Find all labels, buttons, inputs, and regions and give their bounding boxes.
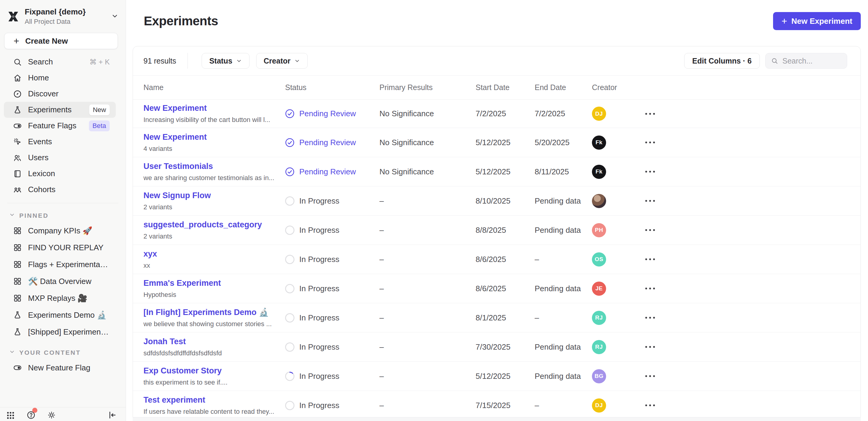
edit-columns-button[interactable]: Edit Columns · 6 [684,53,760,69]
creator-cell: DJ [592,107,636,121]
end-date-cell: 8/11/2025 [535,167,592,176]
creator-filter-button[interactable]: Creator [256,53,308,69]
sidebar-item-feature-flags[interactable]: Feature FlagsBeta [4,118,116,134]
home-icon [13,73,22,83]
sidebar-item-label: New Feature Flag [28,363,110,373]
column-header-start-date: Start Date [475,83,535,92]
experiment-link[interactable]: Test experiment [144,395,276,405]
row-menu-button[interactable] [645,226,850,234]
sidebar-item-shipped-experiments-demo[interactable]: [Shipped] Experiments Demo 🖊️ [4,323,116,340]
experiment-name-cell: Emma's ExperimentHypothesis [144,279,285,299]
creator-cell: RJ [592,311,636,325]
sidebar-item-find-your-replay[interactable]: FIND YOUR REPLAY [4,239,116,256]
experiment-name-cell: New Experiment4 variants [144,132,285,153]
creator-cell: RJ [592,340,636,354]
row-menu-button[interactable] [645,255,850,263]
status-filter-button[interactable]: Status [202,53,249,69]
sidebar-item-data-overview[interactable]: 🛠️ Data Overview [4,273,116,290]
status-cell: In Progress [285,313,379,323]
experiment-link[interactable]: User Testimonials [144,162,276,171]
experiment-link[interactable]: suggested_products_category [144,220,276,229]
main-content: Experiments + New Experiment 91 results … [126,0,868,421]
app-logo-icon [7,10,19,23]
sidebar-item-home[interactable]: Home [4,70,116,86]
primary-results-cell: – [379,401,475,410]
avatar: RJ [592,311,606,325]
end-date-cell: Pending data [535,371,592,381]
experiment-link[interactable]: Emma's Experiment [144,279,276,288]
board-icon [13,260,22,269]
sidebar-item-search[interactable]: Search⌘ + K [4,54,116,70]
experiment-link[interactable]: Exp Customer Story [144,366,276,376]
create-new-button[interactable]: + Create New [4,33,118,49]
status-cell: Pending Review [285,138,379,147]
sidebar-item-experiments-demo[interactable]: Experiments Demo 🔬 [4,306,116,323]
experiment-name-cell: New ExperimentIncreasing visibility of t… [144,104,285,124]
sidebar-item-company-kpis[interactable]: Company KPIs 🚀 [4,222,116,239]
primary-results-cell: – [379,226,475,235]
project-switcher[interactable]: Fixpanel {demo} All Project Data [0,0,126,29]
sidebar-item-cohorts[interactable]: Cohorts [4,182,116,198]
sidebar-item-experiments[interactable]: ExperimentsNew [4,102,116,118]
badge-new: New [89,104,110,115]
toggle-icon [13,363,22,372]
search-input[interactable] [782,57,841,65]
column-header-name: Name [144,83,285,92]
row-menu-button[interactable] [645,168,850,175]
sidebar-item-users[interactable]: Users [4,150,116,166]
sidebar-item-new-feature-flag[interactable]: New Feature Flag [4,359,116,376]
row-menu-button[interactable] [645,314,850,322]
creator-cell: DJ [592,398,636,413]
column-header-end-date: End Date [535,83,592,92]
row-menu-button[interactable] [645,110,850,118]
sidebar-item-label: Flags + Experimentation Demo [28,260,110,269]
row-menu-button[interactable] [645,285,850,292]
settings-gear-icon[interactable] [47,410,57,419]
end-date-cell: 7/2/2025 [535,109,592,118]
new-experiment-button[interactable]: + New Experiment [773,12,861,30]
row-menu-button[interactable] [645,343,850,351]
row-menu-cell [636,314,850,322]
apps-grid-icon[interactable] [6,410,16,419]
sidebar-item-label: Lexicon [28,169,110,178]
primary-results-cell: – [379,196,475,206]
row-menu-cell [636,197,850,205]
table-toolbar: 91 results Status Creator Edit Columns ·… [133,46,861,75]
row-menu-button[interactable] [645,138,850,147]
sidebar-item-lexicon[interactable]: Lexicon [4,166,116,182]
creator-cell: Fk [592,165,636,179]
experiment-link[interactable]: New Experiment [144,132,276,142]
table-row: suggested_products_category2 variantsIn … [133,216,861,245]
experiment-link[interactable]: Jonah Test [144,337,276,346]
status-label: In Progress [299,371,339,381]
toolbar-divider [187,53,188,69]
sidebar-item-mxp-replays[interactable]: MXP Replays 🎥 [4,290,116,306]
experiment-link[interactable]: New Experiment [144,104,276,113]
section-header-your-content[interactable]: YOUR CONTENT [0,340,126,359]
row-menu-button[interactable] [645,372,850,380]
notification-dot [32,408,37,413]
sidebar-item-discover[interactable]: Discover [4,86,116,102]
sidebar-item-flags-experimentation-demo[interactable]: Flags + Experimentation Demo [4,256,116,273]
experiments-table-card: 91 results Status Creator Edit Columns ·… [133,46,861,421]
cohorts-icon [13,185,22,194]
start-date-cell: 8/6/2025 [475,284,535,293]
experiment-link[interactable]: xyx [144,249,276,259]
collapse-sidebar-icon[interactable] [107,410,117,419]
row-menu-button[interactable] [645,401,850,409]
end-date-cell: Pending data [535,284,592,293]
board-icon [13,277,22,286]
experiment-link[interactable]: [In Flight] Experiments Demo 🔬 [144,307,276,317]
row-menu-button[interactable] [645,197,850,205]
end-date-cell: – [535,401,592,410]
flask-icon [13,311,22,320]
section-header-pinned[interactable]: PINNED [0,203,126,222]
avatar [592,194,606,208]
sidebar-item-events[interactable]: Events [4,134,116,150]
primary-results-cell: – [379,284,475,293]
start-date-cell: 7/2/2025 [475,109,535,118]
help-icon[interactable] [27,410,36,419]
experiment-name-cell: [In Flight] Experiments Demo 🔬we believe… [144,307,285,328]
avatar: DJ [592,107,606,121]
experiment-link[interactable]: New Signup Flow [144,191,276,200]
